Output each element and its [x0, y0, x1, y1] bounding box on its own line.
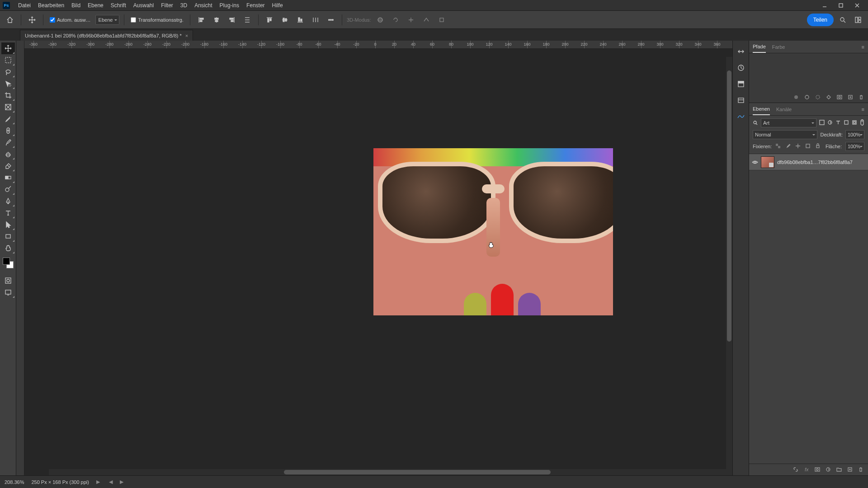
align-right-edges[interactable] [226, 14, 238, 26]
workspace-switcher-icon[interactable] [852, 14, 864, 26]
eraser-tool[interactable] [1, 160, 15, 172]
libraries-panel-icon[interactable] [735, 94, 747, 107]
menu-3d[interactable]: 3D [177, 0, 191, 11]
color-swatches[interactable] [2, 257, 14, 269]
blend-mode-select[interactable]: Normal [753, 130, 817, 139]
document-tab[interactable]: Unbenannt-1 bei 208% (dfb96b08ebfba1abfd… [20, 30, 193, 41]
menu-ansicht[interactable]: Ansicht [191, 0, 216, 11]
horizontal-ruler[interactable]: -360-340-320-300-280-260-240-220-200-180… [24, 41, 732, 49]
auto-select-target[interactable]: Ebene [95, 15, 120, 25]
filter-smart-icon[interactable] [852, 120, 857, 126]
status-nav-right-icon[interactable]: ▶ [120, 479, 123, 485]
filter-adjust-icon[interactable] [827, 120, 833, 126]
lock-position-icon[interactable] [795, 143, 802, 150]
status-arrow-icon[interactable]: ▶ [96, 479, 100, 485]
menu-bild[interactable]: Bild [68, 0, 84, 11]
distribute-vertical[interactable] [309, 14, 322, 26]
move-tool-icon[interactable] [26, 14, 38, 26]
distribute-horizontal[interactable] [241, 14, 254, 26]
crop-tool[interactable] [1, 89, 15, 101]
marquee-tool[interactable] [1, 54, 15, 66]
panel-menu-icon[interactable]: ≡ [862, 44, 864, 50]
layer-mask-icon[interactable] [815, 467, 821, 473]
gradient-tool[interactable] [1, 172, 15, 183]
lock-pixels-icon[interactable] [785, 143, 792, 150]
quick-select-tool[interactable] [1, 78, 15, 89]
new-layer-icon[interactable] [847, 467, 854, 473]
menu-auswahl[interactable]: Auswahl [130, 0, 157, 11]
menu-bearbeiten[interactable]: Bearbeiten [34, 0, 68, 11]
auto-select-checkbox[interactable]: Autom. ausw… [48, 17, 93, 23]
rectangle-tool[interactable] [1, 230, 15, 242]
transform-controls-checkbox[interactable]: Transformationsstrg. [129, 17, 185, 23]
menu-ebene[interactable]: Ebene [84, 0, 107, 11]
visibility-toggle-icon[interactable] [752, 159, 758, 165]
layer-filter-type[interactable]: Art [761, 118, 816, 127]
3d-scale-icon[interactable] [435, 14, 448, 26]
menu-schrift[interactable]: Schrift [107, 0, 130, 11]
layer-group-icon[interactable] [836, 467, 843, 473]
tab-pfade[interactable]: Pfade [753, 41, 766, 53]
menu-datei[interactable]: Datei [14, 0, 34, 11]
layer-thumbnail[interactable] [761, 156, 774, 168]
opacity-input[interactable]: 100% [845, 130, 864, 139]
filter-type-icon[interactable] [835, 120, 841, 126]
dodge-tool[interactable] [1, 183, 15, 195]
vertical-ruler[interactable] [16, 41, 24, 475]
align-top-edges[interactable] [263, 14, 276, 26]
tab-kanaele[interactable]: Kanäle [776, 104, 792, 115]
share-button[interactable]: Teilen [807, 14, 834, 26]
more-align-options[interactable] [325, 14, 337, 26]
doc-dimensions[interactable]: 250 Px × 168 Px (300 ppi) [31, 479, 89, 485]
align-left-edges[interactable] [195, 14, 208, 26]
horizontal-scrollbar[interactable] [49, 469, 732, 475]
pen-tool[interactable] [1, 195, 15, 207]
tab-farbe[interactable]: Farbe [772, 42, 785, 52]
delete-layer-icon[interactable] [858, 467, 864, 473]
minimize-button[interactable] [816, 0, 833, 11]
adjustment-layer-icon[interactable] [826, 467, 832, 473]
vertical-scrollbar[interactable] [726, 57, 732, 469]
healing-brush-tool[interactable] [1, 125, 15, 136]
tab-ebenen[interactable]: Ebenen [753, 103, 770, 115]
menu-filter[interactable]: Filter [157, 0, 177, 11]
close-tab-icon[interactable]: × [185, 33, 188, 38]
lock-transparency-icon[interactable] [775, 143, 782, 150]
filter-shape-icon[interactable] [844, 120, 849, 126]
status-nav-left-icon[interactable]: ◀ [109, 479, 113, 485]
fill-path-icon[interactable] [793, 94, 799, 100]
hand-tool[interactable] [1, 242, 15, 254]
3d-pan-icon[interactable] [405, 14, 417, 26]
foreground-color-swatch[interactable] [3, 258, 10, 265]
layer-row[interactable]: dfb96b08ebfba1…7f82bb6f8af8a7 [749, 154, 868, 170]
screen-mode-toggle[interactable] [1, 286, 15, 298]
make-work-path-icon[interactable] [826, 94, 832, 100]
zoom-level[interactable]: 208.36% [5, 479, 24, 485]
lock-artboard-icon[interactable] [805, 143, 811, 150]
fill-input[interactable]: 100% [845, 142, 864, 151]
align-horizontal-centers[interactable] [210, 14, 223, 26]
clone-stamp-tool[interactable] [1, 148, 15, 160]
3d-orbit-icon[interactable] [374, 14, 387, 26]
add-mask-icon[interactable] [836, 94, 843, 100]
frame-tool[interactable] [1, 101, 15, 113]
menu-hilfe[interactable]: Hilfe [269, 0, 287, 11]
menu-plugins[interactable]: Plug-ins [216, 0, 243, 11]
lasso-tool[interactable] [1, 66, 15, 78]
3d-roll-icon[interactable] [389, 14, 402, 26]
align-vertical-centers[interactable] [278, 14, 291, 26]
brush-tool[interactable] [1, 136, 15, 148]
filter-toggle-icon[interactable] [860, 119, 864, 127]
maximize-button[interactable] [833, 0, 849, 11]
new-path-icon[interactable] [847, 94, 854, 100]
canvas-area[interactable]: -360-340-320-300-280-260-240-220-200-180… [24, 41, 732, 475]
properties-panel-icon[interactable] [735, 78, 747, 90]
move-tool[interactable] [1, 42, 15, 54]
document-image[interactable] [373, 148, 613, 315]
adjustments-panel-icon[interactable] [735, 110, 747, 123]
quick-mask-toggle[interactable] [1, 275, 15, 286]
3d-slide-icon[interactable] [420, 14, 433, 26]
eyedropper-tool[interactable] [1, 113, 15, 125]
search-icon[interactable] [836, 14, 849, 26]
home-button[interactable] [4, 14, 16, 26]
